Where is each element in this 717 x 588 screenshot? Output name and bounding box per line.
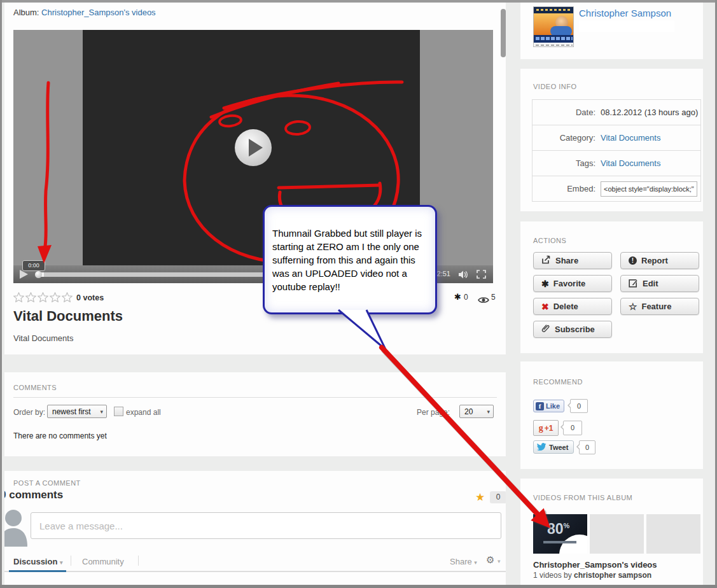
date-label: Date: bbox=[533, 108, 601, 117]
expand-all-checkbox[interactable] bbox=[114, 407, 123, 416]
play-overlay-button[interactable] bbox=[235, 129, 272, 166]
album-subtitle: 1 videos by christopher sampson bbox=[533, 571, 651, 580]
page: Album: Christopher_Sampson's videos 2:51 bbox=[0, 0, 717, 588]
comments-header: COMMENTS bbox=[13, 384, 57, 391]
uploader-panel: Christopher Sampson bbox=[520, 3, 703, 59]
commenter-avatar bbox=[4, 507, 28, 549]
tab-community[interactable]: Community bbox=[82, 557, 124, 566]
rating-star-3[interactable] bbox=[38, 292, 48, 305]
comment-input[interactable] bbox=[31, 512, 501, 539]
views-count: 5 bbox=[491, 293, 496, 302]
active-tab-indicator bbox=[9, 570, 66, 572]
share-icon bbox=[541, 255, 551, 266]
embed-label: Embed: bbox=[533, 184, 601, 193]
actions-panel: ACTIONS Share ! Report ✱ Favorite Edit ✖… bbox=[520, 221, 703, 353]
seek-knob[interactable] bbox=[35, 271, 42, 278]
per-page-select[interactable]: 20 ▾ bbox=[459, 405, 494, 418]
delete-button[interactable]: ✖ Delete bbox=[533, 298, 612, 315]
table-row: Embed: bbox=[533, 176, 700, 201]
video-info-table: Date: 08.12.2012 (13 hours ago) Category… bbox=[532, 99, 701, 202]
star-count-badge: 0 bbox=[490, 491, 506, 503]
table-row: Category: Vital Documents bbox=[533, 125, 700, 151]
views-icon bbox=[478, 295, 489, 306]
google-icon: g bbox=[539, 423, 543, 433]
edit-icon bbox=[629, 278, 638, 290]
paperclip-icon bbox=[541, 324, 550, 335]
rating-star-4[interactable] bbox=[50, 292, 60, 305]
tweet-label: Tweet bbox=[549, 444, 568, 451]
per-page-value: 20 bbox=[464, 407, 473, 416]
like-count: 0 bbox=[570, 399, 588, 413]
video-info-panel: VIDEO INFO Date: 08.12.2012 (13 hours ag… bbox=[520, 69, 703, 211]
page-border-left bbox=[0, 0, 2, 588]
scrollbar-thumb[interactable] bbox=[501, 9, 506, 57]
rating-star-2[interactable] bbox=[25, 292, 36, 305]
album-header: VIDEOS FROM THIS ALBUM bbox=[533, 494, 632, 501]
rating-star-5[interactable] bbox=[62, 292, 73, 305]
fullscreen-icon[interactable] bbox=[477, 270, 486, 281]
avatar-art bbox=[534, 7, 574, 13]
facebook-like-button[interactable]: f Like bbox=[533, 400, 564, 412]
google-plusone-button[interactable]: g +1 bbox=[533, 420, 559, 436]
favorite-button[interactable]: ✱ Favorite bbox=[533, 275, 612, 292]
per-page-label: Per page: bbox=[417, 408, 450, 417]
tags-link[interactable]: Vital Documents bbox=[601, 158, 660, 168]
feature-button[interactable]: ☆ Feature bbox=[620, 298, 699, 315]
table-row: Date: 08.12.2012 (13 hours ago) bbox=[533, 100, 700, 125]
uploader-name-link[interactable]: Christopher Sampson bbox=[579, 8, 671, 18]
video-description: Vital Documents bbox=[13, 333, 73, 343]
subscribe-button[interactable]: Subscribe bbox=[533, 321, 612, 338]
post-comment-panel: POST A COMMENT 0 comments ★ 0 Discussion… bbox=[4, 471, 506, 585]
empty-comments-message: There are no comments yet bbox=[13, 431, 107, 440]
category-link[interactable]: Vital Documents bbox=[601, 133, 660, 143]
play-button-icon[interactable] bbox=[20, 270, 28, 279]
actions-header: ACTIONS bbox=[533, 237, 566, 244]
expand-all-label: expand all bbox=[126, 408, 161, 417]
album-title[interactable]: Christopher_Sampson's videos bbox=[533, 560, 657, 570]
tags-label: Tags: bbox=[533, 158, 601, 168]
volume-icon[interactable] bbox=[458, 270, 468, 281]
order-by-select[interactable]: newest first ▾ bbox=[47, 405, 107, 418]
delete-icon: ✖ bbox=[541, 302, 549, 311]
album-author: christopher sampson bbox=[574, 571, 651, 580]
chevron-down-icon: ▾ bbox=[487, 405, 490, 419]
chevron-down-icon: ▾ bbox=[498, 558, 501, 564]
album-thumbnail[interactable]: 80% bbox=[533, 514, 587, 554]
album-thumbnail-placeholder bbox=[646, 514, 700, 554]
tab-discussion[interactable]: Discussion ▾ bbox=[13, 557, 63, 566]
favorites-count: 0 bbox=[464, 293, 468, 302]
divider bbox=[13, 397, 497, 398]
order-by-value: newest first bbox=[52, 407, 91, 416]
gear-icon[interactable]: ⚙ bbox=[486, 554, 494, 566]
tweet-button[interactable]: Tweet bbox=[533, 440, 574, 454]
favorite-icon: ✱ bbox=[541, 279, 549, 288]
tab-underline-track bbox=[4, 571, 506, 572]
report-button[interactable]: ! Report bbox=[620, 252, 699, 269]
date-value: 08.12.2012 (13 hours ago) bbox=[601, 108, 698, 117]
plusone-label: +1 bbox=[545, 424, 553, 433]
user-avatar[interactable] bbox=[533, 6, 574, 47]
votes-label: 0 votes bbox=[76, 293, 104, 302]
embed-code-input[interactable] bbox=[601, 181, 697, 197]
chevron-down-icon: ▾ bbox=[60, 559, 63, 566]
play-icon bbox=[249, 139, 263, 157]
chevron-down-icon: ▾ bbox=[474, 559, 477, 566]
table-row: Tags: Vital Documents bbox=[533, 151, 700, 176]
facebook-icon: f bbox=[536, 402, 544, 410]
feature-icon: ☆ bbox=[629, 302, 637, 311]
report-icon: ! bbox=[629, 256, 637, 265]
edit-button[interactable]: Edit bbox=[620, 275, 699, 292]
star-icon: ★ bbox=[475, 491, 485, 504]
share-menu[interactable]: Share ▾ bbox=[450, 557, 477, 566]
callout-text: Thumnail Grabbed but still player is sta… bbox=[265, 207, 435, 293]
page-border-bottom bbox=[0, 585, 717, 588]
plusone-count: 0 bbox=[563, 421, 582, 435]
divider bbox=[71, 556, 71, 566]
category-label: Category: bbox=[533, 133, 601, 143]
rating-star-1[interactable] bbox=[13, 292, 24, 305]
duration-label: 2:51 bbox=[437, 270, 450, 277]
seek-time-tooltip: 0:00 bbox=[22, 260, 45, 271]
share-button[interactable]: Share bbox=[533, 252, 612, 269]
tweet-count: 0 bbox=[579, 440, 595, 454]
album-link[interactable]: Christopher_Sampson's videos bbox=[41, 8, 156, 17]
